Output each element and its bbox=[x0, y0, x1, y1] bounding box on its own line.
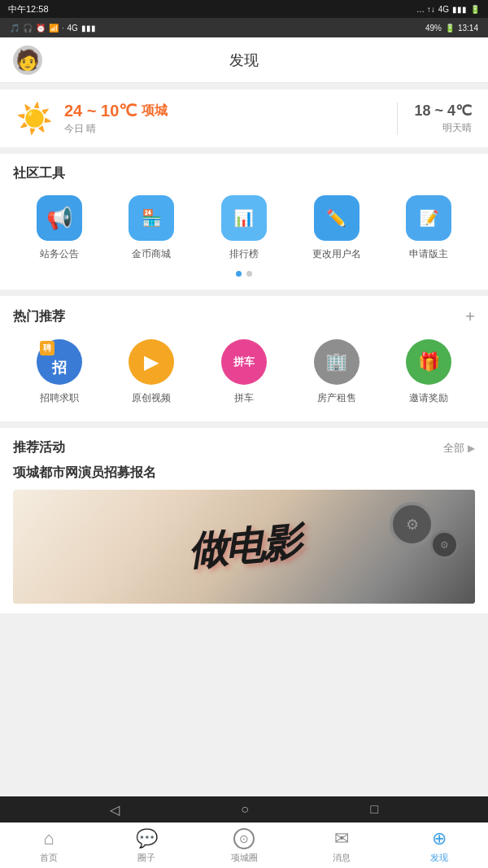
home-nav-label: 首页 bbox=[40, 852, 58, 864]
status-bar-secondary: 🎵 🎧 ⏰ 📶 · 4G ▮▮▮ 49% 🔋 13:14 bbox=[0, 18, 488, 37]
discover-nav-icon: ⊕ bbox=[432, 828, 447, 849]
discover-nav-label: 发现 bbox=[430, 852, 448, 864]
recommend-item-house[interactable]: 🏢 房产租售 bbox=[290, 339, 383, 405]
tool-item-announcement[interactable]: 📢 站务公告 bbox=[13, 195, 106, 261]
recommend-item-carpool[interactable]: 拼车 拼车 bbox=[198, 339, 290, 405]
nav-item-home[interactable]: ⌂ 首页 bbox=[0, 823, 98, 868]
activities-header: 推荐活动 全部 ▶ bbox=[13, 428, 475, 465]
back-icon[interactable]: ◁ bbox=[110, 802, 120, 818]
moderator-label: 申请版主 bbox=[409, 247, 448, 261]
house-icon: 🏢 bbox=[314, 339, 359, 385]
bottom-nav: ⌂ 首页 💬 圈子 ⊙ 项城圈 ✉ 消息 ⊕ 发现 bbox=[0, 822, 488, 868]
activity-post-title: 项城都市网演员招募报名 bbox=[13, 465, 475, 482]
xiangcheng-nav-icon: ⊙ bbox=[233, 828, 255, 849]
activity-image-text: 做电影 bbox=[185, 516, 302, 578]
all-label: 全部 bbox=[443, 441, 464, 456]
invite-label: 邀请奖励 bbox=[409, 391, 448, 405]
tools-grid: 📢 站务公告 🏪 金币商城 📊 排行榜 ✏️ bbox=[13, 190, 475, 264]
tomorrow-desc: 明天晴 bbox=[414, 121, 472, 135]
rename-label: 更改用户名 bbox=[312, 247, 361, 261]
today-desc: 今日 晴 bbox=[64, 122, 381, 136]
activity-image[interactable]: 做电影 ⚙ ⚙ bbox=[13, 490, 475, 604]
arrow-right-icon: ▶ bbox=[468, 443, 475, 454]
rename-icon: ✏️ bbox=[314, 195, 359, 241]
weather-tomorrow: 18 ~ 4℃ 明天晴 bbox=[414, 102, 472, 135]
home-icon[interactable]: ○ bbox=[241, 802, 249, 817]
moderator-icon: 📝 bbox=[406, 195, 451, 241]
job-icon: 聘 招 bbox=[37, 339, 82, 385]
carpool-label: 拼车 bbox=[234, 391, 254, 405]
nav-item-xiangcheng[interactable]: ⊙ 项城圈 bbox=[195, 823, 293, 868]
recommend-title: 热门推荐 bbox=[13, 308, 65, 325]
tool-item-ranking[interactable]: 📊 排行榜 bbox=[198, 195, 290, 261]
section-header-recommend: 热门推荐 + bbox=[13, 296, 475, 334]
nav-item-circle[interactable]: 💬 圈子 bbox=[98, 823, 195, 868]
xiangcheng-nav-label: 项城圈 bbox=[231, 852, 258, 864]
weather-card: ☀️ 24 ~ 10℃ 项城 今日 晴 18 ~ 4℃ 明天晴 bbox=[0, 89, 488, 147]
carpool-icon: 拼车 bbox=[221, 339, 267, 385]
status-time-right: 13:14 bbox=[458, 24, 478, 33]
gesture-bar: ◁ ○ □ bbox=[0, 796, 488, 822]
recommend-item-video[interactable]: ▶ 原创视频 bbox=[106, 339, 198, 405]
film-reel-icon: ⚙ bbox=[390, 502, 434, 547]
dot-active bbox=[236, 271, 242, 277]
video-label: 原创视频 bbox=[132, 391, 171, 405]
nav-item-message[interactable]: ✉ 消息 bbox=[293, 823, 390, 868]
avatar[interactable]: 🧑 bbox=[13, 46, 42, 75]
all-activities-button[interactable]: 全部 ▶ bbox=[443, 441, 475, 456]
section-header-community: 社区工具 bbox=[13, 154, 475, 190]
community-tools-section: 社区工具 📢 站务公告 🏪 金币商城 📊 排行 bbox=[0, 154, 488, 290]
house-label: 房产租售 bbox=[317, 391, 356, 405]
status-bar-top: 中午12:58 … ↑↓ 4G ▮▮▮ 🔋 bbox=[0, 0, 488, 18]
status-icons: … ↑↓ 4G ▮▮▮ 🔋 bbox=[416, 5, 480, 14]
battery-level: 49% bbox=[425, 24, 442, 33]
message-nav-label: 消息 bbox=[333, 852, 351, 864]
message-nav-icon: ✉ bbox=[334, 828, 349, 849]
announcement-icon: 📢 bbox=[37, 195, 82, 241]
hot-recommend-section: 热门推荐 + 聘 招 招聘求职 ▶ 原创视频 拼车 bbox=[0, 296, 488, 421]
tool-item-moderator[interactable]: 📝 申请版主 bbox=[382, 195, 475, 261]
weather-icon: ☀️ bbox=[16, 102, 53, 136]
nav-item-discover[interactable]: ⊕ 发现 bbox=[390, 823, 488, 868]
tomorrow-temp: 18 ~ 4℃ bbox=[414, 102, 472, 120]
activities-title: 推荐活动 bbox=[13, 439, 65, 456]
film-reel-icon-2: ⚙ bbox=[430, 530, 459, 559]
shop-label: 金币商城 bbox=[132, 247, 171, 261]
ranking-icon: 📊 bbox=[221, 195, 267, 241]
page-title: 发现 bbox=[229, 50, 259, 70]
today-city: 项城 bbox=[142, 103, 168, 120]
ranking-label: 排行榜 bbox=[229, 247, 259, 261]
community-title: 社区工具 bbox=[13, 165, 65, 182]
circle-nav-icon: 💬 bbox=[136, 828, 158, 849]
gift-icon: 🎁 bbox=[406, 339, 451, 385]
tool-item-shop[interactable]: 🏪 金币商城 bbox=[106, 195, 198, 261]
add-button[interactable]: + bbox=[465, 308, 475, 326]
shop-icon: 🏪 bbox=[129, 195, 174, 241]
job-label: 招聘求职 bbox=[40, 391, 79, 405]
header: 🧑 发现 bbox=[0, 37, 488, 83]
tool-item-rename[interactable]: ✏️ 更改用户名 bbox=[290, 195, 383, 261]
announcement-label: 站务公告 bbox=[40, 247, 79, 261]
weather-divider bbox=[397, 103, 398, 135]
weather-today: 24 ~ 10℃ 项城 今日 晴 bbox=[64, 101, 381, 136]
recommend-grid: 聘 招 招聘求职 ▶ 原创视频 拼车 拼车 bbox=[13, 334, 475, 408]
recents-icon[interactable]: □ bbox=[371, 802, 379, 817]
activities-section: 推荐活动 全部 ▶ 项城都市网演员招募报名 做电影 ⚙ ⚙ bbox=[0, 428, 488, 613]
home-nav-icon: ⌂ bbox=[43, 828, 54, 849]
recommend-item-invite[interactable]: 🎁 邀请奖励 bbox=[382, 339, 475, 405]
recommend-item-job[interactable]: 聘 招 招聘求职 bbox=[13, 339, 106, 405]
today-temp: 24 ~ 10℃ bbox=[64, 101, 137, 120]
circle-nav-label: 圈子 bbox=[137, 852, 155, 864]
dot-inactive bbox=[246, 271, 252, 277]
carousel-dots bbox=[13, 264, 475, 277]
video-icon: ▶ bbox=[129, 339, 174, 385]
status-time: 中午12:58 bbox=[8, 3, 49, 15]
